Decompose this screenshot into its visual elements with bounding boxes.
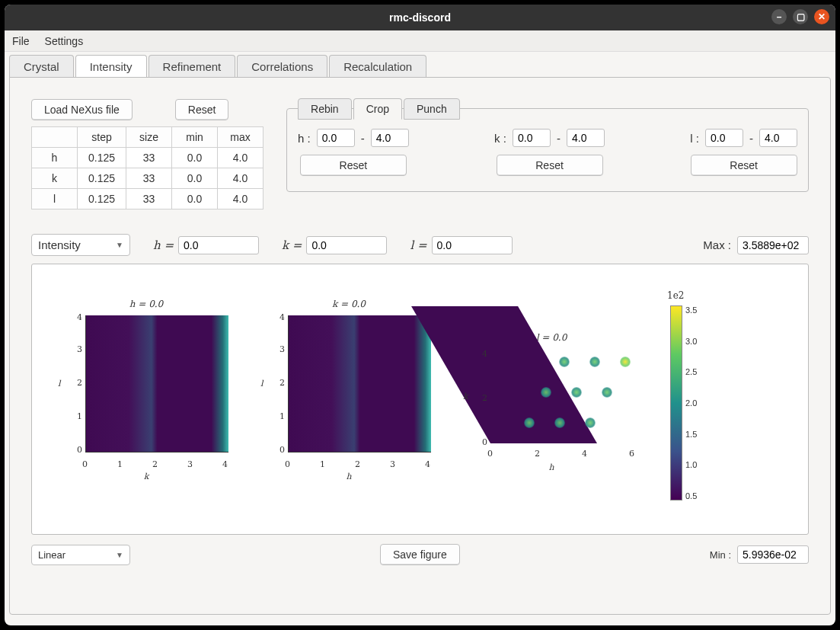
table-corner xyxy=(32,127,78,148)
app-window: rmc-discord – ▢ ✕ File Settings Crystal … xyxy=(5,5,835,625)
tab-recalculation[interactable]: Recalculation xyxy=(329,55,426,78)
plot-k-xlabel: h xyxy=(346,472,351,481)
plot-h-ylabel: l xyxy=(58,379,61,389)
k-size[interactable]: 33 xyxy=(126,168,172,189)
tab-punch[interactable]: Punch xyxy=(404,98,460,120)
k-min[interactable]: 0.0 xyxy=(172,168,218,189)
max-value[interactable] xyxy=(737,236,809,254)
chevron-down-icon: ▼ xyxy=(116,241,123,249)
h-size[interactable]: 33 xyxy=(126,148,172,168)
h-min[interactable]: 0.0 xyxy=(172,148,218,168)
l-min[interactable]: 0.0 xyxy=(172,189,218,209)
row-l: l xyxy=(32,189,78,209)
load-nexus-button[interactable]: Load NeXus file xyxy=(31,99,133,120)
mode-select-value: Intensity xyxy=(38,238,81,251)
slice-l-input[interactable] xyxy=(432,236,513,254)
plot-k: k = 0.0 4 3 2 1 0 0 1 2 3 4 l h xyxy=(257,299,440,512)
min-label: Min : xyxy=(710,549,731,561)
window-title: rmc-discord xyxy=(389,11,451,24)
col-size: size xyxy=(126,127,172,148)
plot-k-ylabel: l xyxy=(260,379,263,389)
row-k: k xyxy=(32,168,78,189)
crop-l-sep: - xyxy=(749,132,753,145)
tab-crystal[interactable]: Crystal xyxy=(9,55,74,78)
titlebar: rmc-discord – ▢ ✕ xyxy=(5,5,835,30)
k-step[interactable]: 0.125 xyxy=(78,168,126,189)
col-step: step xyxy=(78,127,126,148)
slice-h-label: h = xyxy=(153,238,174,252)
l-step[interactable]: 0.125 xyxy=(78,189,126,209)
plot-k-title: k = 0.0 xyxy=(332,299,366,309)
crop-h-sep: - xyxy=(361,132,365,145)
slice-h-input[interactable] xyxy=(178,236,259,254)
crop-k-hi[interactable] xyxy=(567,129,605,147)
crop-l-lo[interactable] xyxy=(705,129,743,147)
plot-area: h = 0.0 4 3 2 1 0 0 1 2 3 4 l k xyxy=(31,264,809,535)
crop-k-reset-button[interactable]: Reset xyxy=(497,155,603,176)
plot-l-xlabel: h xyxy=(548,462,554,472)
scale-select-value: Linear xyxy=(38,549,65,561)
k-max[interactable]: 4.0 xyxy=(218,168,263,189)
plot-l-title: l = 0.0 xyxy=(536,332,567,343)
h-max[interactable]: 4.0 xyxy=(218,148,263,168)
save-figure-button[interactable]: Save figure xyxy=(380,544,460,565)
plot-h-title: h = 0.0 xyxy=(129,299,164,309)
plot-l: l = 0.0 xyxy=(460,329,643,512)
col-max: max xyxy=(218,127,263,148)
scale-select[interactable]: Linear ▼ xyxy=(31,545,130,565)
crop-h-label: h : xyxy=(298,132,311,145)
plot-h: h = 0.0 4 3 2 1 0 0 1 2 3 4 l k xyxy=(55,299,238,512)
crop-h-hi[interactable] xyxy=(371,129,409,147)
plot-h-xlabel: k xyxy=(144,472,149,481)
crop-panel: Rebin Crop Punch h : - Reset xyxy=(286,108,809,192)
crop-l-hi[interactable] xyxy=(759,129,797,147)
reset-button[interactable]: Reset xyxy=(175,99,229,120)
colorbar: 1e2 3.5 3.0 2.5 2.0 1.5 1.0 0.5 xyxy=(663,295,723,516)
slice-k-input[interactable] xyxy=(306,236,387,254)
table-row: h 0.125 33 0.0 4.0 xyxy=(32,148,263,168)
l-max[interactable]: 4.0 xyxy=(218,189,263,209)
slice-k-label: k = xyxy=(282,238,302,252)
slice-l-label: l = xyxy=(410,238,426,252)
colorbar-title: 1e2 xyxy=(667,290,684,301)
intensity-panel: Load NeXus file Reset step size min max … xyxy=(9,77,831,615)
menu-file[interactable]: File xyxy=(12,35,30,47)
min-value[interactable] xyxy=(737,545,809,564)
col-min: min xyxy=(172,127,218,148)
menu-settings[interactable]: Settings xyxy=(45,35,84,47)
crop-k-lo[interactable] xyxy=(513,129,551,147)
mode-select[interactable]: Intensity ▼ xyxy=(31,234,130,256)
main-tab-row: Crystal Intensity Refinement Correlation… xyxy=(9,55,831,78)
tab-correlations[interactable]: Correlations xyxy=(237,55,327,78)
close-icon[interactable]: ✕ xyxy=(814,9,829,24)
crop-k-label: k : xyxy=(494,132,506,145)
crop-l-reset-button[interactable]: Reset xyxy=(691,155,797,176)
table-row: l 0.125 33 0.0 4.0 xyxy=(32,189,263,209)
menubar: File Settings xyxy=(5,30,835,52)
table-row: k 0.125 33 0.0 4.0 xyxy=(32,168,263,189)
tab-crop[interactable]: Crop xyxy=(353,98,402,120)
tab-intensity[interactable]: Intensity xyxy=(75,55,147,78)
crop-l-label: l : xyxy=(690,132,699,145)
crop-k-sep: - xyxy=(557,132,561,145)
tab-refinement[interactable]: Refinement xyxy=(149,55,236,78)
chevron-down-icon: ▼ xyxy=(116,551,123,559)
minimize-icon[interactable]: – xyxy=(771,9,787,24)
tab-rebin[interactable]: Rebin xyxy=(298,98,352,120)
h-step[interactable]: 0.125 xyxy=(78,148,126,168)
maximize-icon[interactable]: ▢ xyxy=(793,9,808,24)
max-label: Max : xyxy=(703,238,731,251)
axis-table: step size min max h 0.125 33 0.0 4.0 xyxy=(31,126,263,209)
row-h: h xyxy=(32,148,78,168)
l-size[interactable]: 33 xyxy=(126,189,172,209)
crop-h-reset-button[interactable]: Reset xyxy=(300,155,407,176)
crop-h-lo[interactable] xyxy=(317,129,355,147)
plot-l-ylabel: k xyxy=(463,392,468,401)
